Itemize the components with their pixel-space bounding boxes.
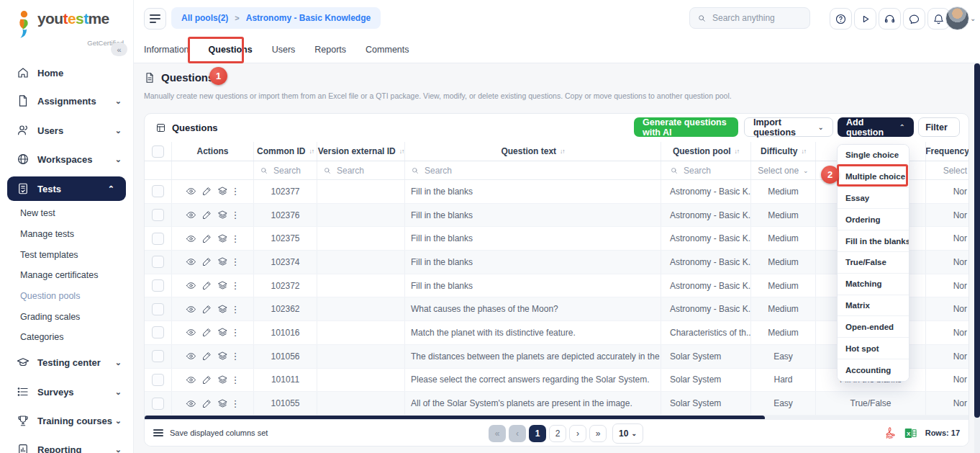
versions-icon[interactable] bbox=[215, 398, 231, 409]
breadcrumb-current[interactable]: Astronomy - Basic Knowledge bbox=[246, 13, 371, 23]
filter-version-external-id[interactable]: Search bbox=[323, 166, 364, 176]
col-frequency[interactable]: Frequency bbox=[926, 142, 968, 161]
sort-icon[interactable]: ↓↑ bbox=[309, 148, 314, 155]
col-question-pool[interactable]: Question pool↓↑ bbox=[661, 142, 751, 161]
sidebar-item-training-courses[interactable]: Training courses ⌄ bbox=[0, 408, 133, 433]
save-displayed-columns-button[interactable]: Save displayed columns set bbox=[153, 429, 268, 437]
pagination-page-1[interactable]: 1 bbox=[529, 425, 546, 442]
messages-button[interactable] bbox=[903, 8, 925, 30]
row-checkbox[interactable] bbox=[152, 398, 164, 410]
sidebar-item-surveys[interactable]: Surveys ⌄ bbox=[0, 380, 133, 404]
menu-toggle-button[interactable] bbox=[144, 8, 166, 30]
pagination-last-button[interactable]: » bbox=[589, 425, 607, 442]
view-icon[interactable] bbox=[183, 351, 199, 362]
sidebar-item-testing-center[interactable]: Testing center ⌄ bbox=[0, 350, 133, 374]
view-icon[interactable] bbox=[183, 186, 199, 197]
view-icon[interactable] bbox=[183, 374, 199, 385]
sidebar-subitem-manage-certificates[interactable]: Manage certificates bbox=[20, 270, 98, 280]
view-icon[interactable] bbox=[183, 210, 199, 220]
more-actions-icon[interactable]: ⋮ bbox=[231, 210, 242, 220]
edit-icon[interactable] bbox=[199, 210, 215, 220]
view-icon[interactable] bbox=[183, 304, 199, 315]
edit-icon[interactable] bbox=[199, 186, 215, 197]
view-icon[interactable] bbox=[183, 398, 199, 409]
search-input[interactable]: Search anything bbox=[689, 7, 810, 29]
tab-users[interactable]: Users bbox=[272, 45, 296, 55]
more-actions-icon[interactable]: ⋮ bbox=[231, 186, 242, 197]
sidebar-subitem-manage-tests[interactable]: Manage tests bbox=[20, 229, 74, 239]
versions-icon[interactable] bbox=[215, 186, 231, 197]
view-icon[interactable] bbox=[183, 256, 199, 267]
edit-icon[interactable] bbox=[199, 398, 215, 409]
sidebar-item-home[interactable]: Home bbox=[0, 60, 133, 85]
view-icon[interactable] bbox=[183, 327, 199, 338]
more-actions-icon[interactable]: ⋮ bbox=[231, 233, 242, 244]
sort-icon[interactable]: ↓↑ bbox=[399, 148, 404, 155]
sidebar-subitem-grading-scales[interactable]: Grading scales bbox=[20, 312, 80, 322]
sidebar-subitem-new-test[interactable]: New test bbox=[20, 208, 55, 218]
filter-question-pool[interactable]: Search bbox=[670, 166, 711, 176]
edit-icon[interactable] bbox=[199, 280, 215, 291]
edit-icon[interactable] bbox=[199, 304, 215, 315]
generate-questions-ai-button[interactable]: Generate questions with AI bbox=[634, 117, 738, 137]
tab-comments[interactable]: Comments bbox=[366, 45, 409, 55]
menu-item-open-ended[interactable]: Open-ended bbox=[838, 316, 909, 338]
versions-icon[interactable] bbox=[215, 280, 231, 291]
row-checkbox[interactable] bbox=[152, 303, 164, 315]
view-icon[interactable] bbox=[183, 233, 199, 244]
add-question-button[interactable]: Add question⌃ bbox=[838, 117, 914, 137]
edit-icon[interactable] bbox=[199, 233, 215, 244]
vertical-scrollbar[interactable] bbox=[974, 63, 980, 453]
versions-icon[interactable] bbox=[215, 210, 231, 220]
export-pdf-icon[interactable] bbox=[884, 426, 896, 440]
breadcrumb-root[interactable]: All pools(2) bbox=[181, 13, 228, 23]
filter-common-id[interactable]: Search bbox=[260, 166, 301, 176]
filter-difficulty-select[interactable]: Select one⌄ bbox=[758, 166, 808, 176]
versions-icon[interactable] bbox=[215, 327, 231, 338]
pagination-next-button[interactable]: › bbox=[569, 425, 586, 442]
sort-icon[interactable]: ↓↑ bbox=[735, 148, 740, 155]
more-actions-icon[interactable]: ⋮ bbox=[231, 351, 242, 362]
edit-icon[interactable] bbox=[199, 256, 215, 267]
page-size-select[interactable]: 10⌄ bbox=[612, 423, 643, 444]
more-actions-icon[interactable]: ⋮ bbox=[231, 374, 242, 385]
tab-questions[interactable]: Questions bbox=[209, 45, 253, 55]
versions-icon[interactable] bbox=[215, 304, 231, 315]
chevron-down-icon[interactable]: ⌄ bbox=[970, 14, 976, 22]
col-difficulty[interactable]: Difficulty↓↑ bbox=[751, 142, 816, 161]
sort-icon[interactable]: ↓↑ bbox=[801, 148, 806, 155]
edit-icon[interactable] bbox=[199, 351, 215, 362]
versions-icon[interactable] bbox=[215, 256, 231, 267]
import-questions-button[interactable]: Import questions⌄ bbox=[744, 117, 833, 137]
col-common-id[interactable]: Common ID↓↑ bbox=[254, 142, 317, 161]
col-version-external-id[interactable]: Version external ID↓↑ bbox=[317, 142, 405, 161]
tab-reports[interactable]: Reports bbox=[314, 45, 346, 55]
more-actions-icon[interactable]: ⋮ bbox=[231, 304, 242, 315]
menu-item-true-false[interactable]: True/False bbox=[838, 252, 909, 274]
sidebar-item-reporting[interactable]: Reporting ⌄ bbox=[0, 437, 133, 453]
view-icon[interactable] bbox=[183, 280, 199, 291]
col-actions[interactable]: Actions bbox=[172, 142, 254, 161]
tutorials-button[interactable] bbox=[854, 8, 876, 30]
edit-icon[interactable] bbox=[199, 374, 215, 385]
menu-item-hot-spot[interactable]: Hot spot bbox=[838, 338, 909, 359]
row-checkbox[interactable] bbox=[152, 326, 164, 338]
menu-item-fill-in-the-blanks[interactable]: Fill in the blanks bbox=[838, 230, 909, 252]
sidebar-item-users[interactable]: Users ⌄ bbox=[0, 118, 133, 143]
row-checkbox[interactable] bbox=[152, 374, 164, 386]
avatar[interactable] bbox=[945, 6, 969, 30]
menu-item-matching[interactable]: Matching bbox=[838, 274, 909, 295]
row-checkbox[interactable] bbox=[152, 350, 164, 362]
pagination-first-button[interactable]: « bbox=[489, 425, 506, 442]
sort-icon[interactable]: ↓↑ bbox=[560, 148, 565, 155]
sidebar-item-assignments[interactable]: Assignments ⌄ bbox=[0, 89, 133, 113]
tab-information[interactable]: Information bbox=[144, 45, 189, 55]
versions-icon[interactable] bbox=[215, 351, 231, 362]
sidebar-item-workspaces[interactable]: Workspaces ⌄ bbox=[0, 147, 133, 171]
sidebar-subitem-test-templates[interactable]: Test templates bbox=[20, 250, 78, 260]
filter-button[interactable]: Filter bbox=[918, 117, 960, 137]
more-actions-icon[interactable]: ⋮ bbox=[231, 327, 242, 338]
menu-item-ordering[interactable]: Ordering bbox=[838, 209, 909, 230]
pagination-prev-button[interactable]: ‹ bbox=[509, 425, 526, 442]
help-button[interactable] bbox=[830, 8, 852, 30]
